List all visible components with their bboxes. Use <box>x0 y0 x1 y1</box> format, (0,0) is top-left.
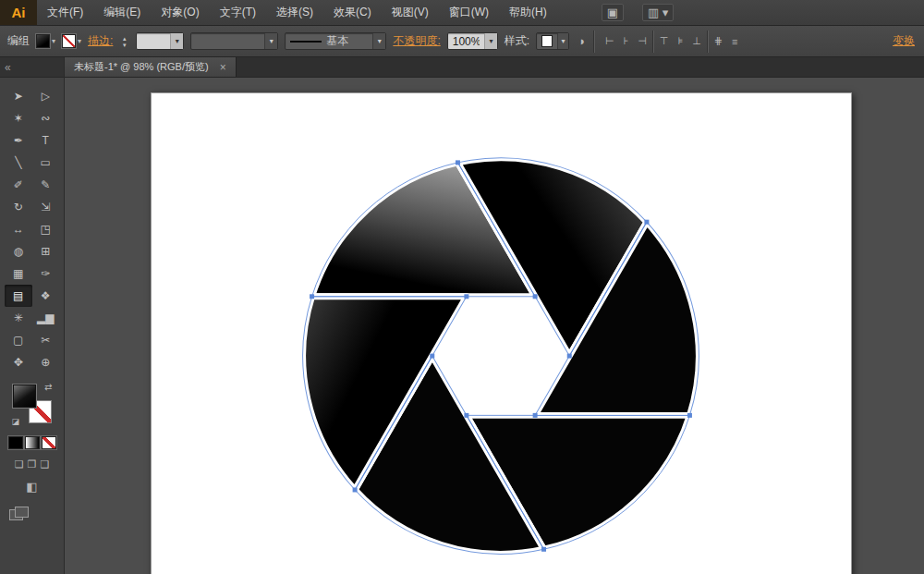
chevron-down-icon[interactable]: ▾ <box>264 33 277 49</box>
menu-item[interactable]: 窗口(W) <box>439 0 499 25</box>
anchor-point[interactable] <box>687 413 692 418</box>
anchor-point[interactable] <box>533 413 538 418</box>
chevron-down-icon[interactable]: ▾ <box>484 33 497 49</box>
stroke-panel-link[interactable]: 描边: <box>88 33 113 49</box>
collapse-panel-icon[interactable]: « <box>5 61 11 74</box>
opacity-combo[interactable]: 100% ▾ <box>447 32 498 50</box>
blend-tool[interactable]: ❖ <box>32 285 60 307</box>
symbol-sprayer-tool[interactable]: ✳ <box>5 307 32 329</box>
chevron-down-icon[interactable]: ▾ <box>170 33 183 49</box>
menu-item[interactable]: 选择(S) <box>266 0 323 25</box>
anchor-point[interactable] <box>464 413 468 418</box>
none-button[interactable] <box>42 436 56 449</box>
stroke-swatch[interactable] <box>62 34 76 48</box>
align-icon[interactable]: ≡ <box>728 36 741 47</box>
draw-mode-icon[interactable]: ❐ <box>28 458 37 470</box>
color-button[interactable] <box>8 436 23 449</box>
hand-tool[interactable]: ✥ <box>5 351 32 373</box>
free-transform-tool[interactable]: ◳ <box>32 218 60 240</box>
selection-tool[interactable]: ➤ <box>5 85 32 107</box>
type-tool[interactable]: T <box>32 129 60 152</box>
document-tab[interactable]: 未标题-1* @ 98% (RGB/预览) × <box>65 57 237 77</box>
align-icon[interactable]: ⋕ <box>711 35 726 47</box>
stroke-color-control[interactable]: ▾ <box>62 34 81 48</box>
direct-selection-tool[interactable]: ▷ <box>32 85 60 107</box>
spinner-up-icon[interactable]: ▴ <box>119 35 129 42</box>
close-icon[interactable]: × <box>220 61 226 74</box>
swap-fill-stroke-icon[interactable]: ⇄ <box>44 382 52 392</box>
align-icon[interactable]: ⊦ <box>620 35 633 47</box>
menu-item[interactable]: 效果(C) <box>323 0 382 25</box>
workspace-switcher-icon[interactable]: ▥ ▾ <box>642 4 674 21</box>
anchor-point[interactable] <box>464 294 468 299</box>
width-tool[interactable]: ↔ <box>5 218 32 240</box>
chevron-down-icon[interactable]: ▾ <box>557 33 568 49</box>
draw-mode-buttons: ❏❐❑ <box>0 458 64 470</box>
width-profile-combo[interactable]: ▾ <box>190 32 278 50</box>
chevron-down-icon[interactable]: ▾ <box>372 33 385 49</box>
anchor-point[interactable] <box>644 220 649 225</box>
canvas[interactable] <box>65 78 924 574</box>
stroke-weight-stepper[interactable]: ▴ ▾ <box>119 35 129 48</box>
brush-definition-combo[interactable]: 基本 ▾ <box>285 32 386 50</box>
anchor-point[interactable] <box>310 294 314 299</box>
fill-color-control[interactable]: ▾ <box>36 34 55 48</box>
anchor-point[interactable] <box>541 547 546 552</box>
menu-item[interactable]: 文字(T) <box>210 0 266 25</box>
eyedropper-tool[interactable]: ✑ <box>32 263 60 285</box>
menu-item[interactable]: 文件(F) <box>37 0 93 25</box>
zoom-tool[interactable]: ⊕ <box>32 351 60 373</box>
chevron-down-icon[interactable]: ▾ <box>78 37 81 45</box>
shape-builder-tool[interactable]: ◍ <box>5 240 32 263</box>
align-icon[interactable]: ⊥ <box>688 35 705 47</box>
paintbrush-tool[interactable]: ✐ <box>5 174 32 196</box>
spinner-down-icon[interactable]: ▾ <box>119 42 129 48</box>
menu-item[interactable]: 编辑(E) <box>93 0 151 25</box>
transform-panel-link[interactable]: 变换 <box>893 33 917 49</box>
artboard-tool[interactable]: ▢ <box>5 329 32 351</box>
align-icon[interactable]: ⊧ <box>674 35 687 47</box>
document-tab-title: 未标题-1* @ 98% (RGB/预览) <box>74 60 209 74</box>
align-icon[interactable]: ⊢ <box>602 35 618 47</box>
anchor-point[interactable] <box>430 354 434 359</box>
menu-item[interactable]: 视图(V) <box>382 0 439 25</box>
perspective-grid-tool[interactable]: ⊞ <box>32 240 60 263</box>
artboard[interactable] <box>151 92 852 574</box>
slice-tool[interactable]: ✂ <box>32 329 60 351</box>
menu-item[interactable]: 帮助(H) <box>499 0 557 25</box>
recolor-artwork-icon[interactable]: ◑ <box>576 34 587 48</box>
chevron-down-icon[interactable]: ▾ <box>52 37 55 45</box>
anchor-point[interactable] <box>567 354 572 359</box>
pen-tool[interactable]: ✒ <box>5 129 32 152</box>
stroke-weight-combo[interactable]: ▾ <box>136 32 184 50</box>
align-icon[interactable]: ⊣ <box>634 35 650 47</box>
rectangle-tool[interactable]: ▭ <box>32 152 60 174</box>
column-graph-tool[interactable]: ▂▆ <box>32 307 60 329</box>
overlapping-windows-icon[interactable] <box>9 507 28 519</box>
rotate-tool[interactable]: ↻ <box>5 196 32 218</box>
screen-mode-icon[interactable]: ◧ <box>26 480 37 494</box>
gradient-button[interactable] <box>25 436 40 449</box>
lasso-tool[interactable]: ∾ <box>32 107 60 129</box>
line-segment-tool[interactable]: ╲ <box>5 152 32 174</box>
fill-swatch[interactable] <box>36 34 50 48</box>
scale-tool[interactable]: ⇲ <box>32 196 60 218</box>
arrange-documents-icon[interactable]: ▣ <box>602 4 624 21</box>
tab-bar: 未标题-1* @ 98% (RGB/预览) × <box>65 57 924 78</box>
draw-mode-icon[interactable]: ❑ <box>40 458 49 470</box>
mesh-tool[interactable]: ▦ <box>5 263 32 285</box>
style-combo[interactable]: ▾ <box>536 32 569 50</box>
fill-indicator[interactable] <box>13 385 36 408</box>
anchor-point[interactable] <box>533 294 538 299</box>
align-icon[interactable]: ⊤ <box>656 35 673 47</box>
gradient-tool[interactable]: ▤ <box>5 285 32 307</box>
pencil-tool[interactable]: ✎ <box>32 174 60 196</box>
anchor-point[interactable] <box>456 160 460 165</box>
magic-wand-tool[interactable]: ✶ <box>5 107 32 129</box>
anchor-point[interactable] <box>353 487 358 492</box>
menu-item[interactable]: 对象(O) <box>151 0 209 25</box>
default-fill-stroke-icon[interactable]: ◪ <box>12 417 20 426</box>
opacity-panel-link[interactable]: 不透明度: <box>393 33 440 49</box>
draw-mode-icon[interactable]: ❏ <box>15 458 24 470</box>
control-bar: 编组 ▾ ▾ 描边: ▴ ▾ ▾ ▾ 基本 ▾ 不透明度: 100 <box>0 26 924 57</box>
